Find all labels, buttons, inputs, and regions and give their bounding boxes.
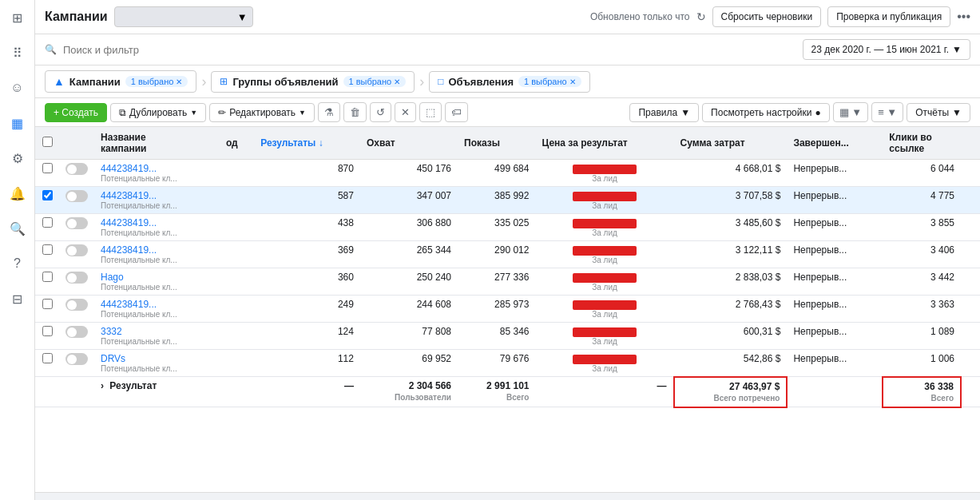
row-results-cell: 587 bbox=[254, 187, 360, 214]
bell-icon[interactable]: 🔔 bbox=[6, 182, 29, 204]
date-range-button[interactable]: 23 дек 2020 г. — 15 июн 2021 г. ▼ bbox=[803, 39, 970, 60]
price-label: За лид bbox=[542, 256, 667, 264]
ads-tab-label: Объявления bbox=[448, 76, 514, 88]
campaigns-tab-clear[interactable]: ✕ bbox=[176, 77, 182, 86]
campaign-name-link[interactable]: 444238419... bbox=[101, 299, 213, 310]
reports-button[interactable]: Отчёты ▼ bbox=[907, 103, 970, 122]
row-price-cell: За лид bbox=[535, 241, 673, 268]
row-toggle[interactable] bbox=[65, 299, 88, 311]
page-title: Кампании bbox=[45, 10, 108, 24]
row-reach-cell: 250 240 bbox=[360, 268, 458, 296]
row-impressions-cell: 79 676 bbox=[458, 350, 535, 377]
gear-icon[interactable]: ⚙ bbox=[6, 147, 29, 169]
ads-tab-clear[interactable]: ✕ bbox=[569, 77, 576, 86]
delete-button[interactable]: ✕ bbox=[395, 102, 416, 122]
tab-campaigns[interactable]: ▲ Кампании 1 выбрано ✕ bbox=[45, 70, 196, 93]
row-results-cell: 124 bbox=[254, 323, 360, 350]
campaign-name-link[interactable]: 444238419... bbox=[101, 244, 213, 256]
row-checkbox[interactable] bbox=[42, 163, 53, 173]
trash-button[interactable]: 🗑 bbox=[343, 102, 367, 122]
campaign-name-link[interactable]: 444238419... bbox=[101, 190, 213, 201]
row-spend-cell: 4 668,01 $ bbox=[674, 160, 788, 187]
question-icon[interactable]: ? bbox=[6, 252, 29, 275]
row-checkbox[interactable] bbox=[42, 244, 53, 255]
row-checkbox[interactable] bbox=[42, 190, 53, 200]
table-row: 444238419... Потенциальные кл... 587 347… bbox=[35, 187, 980, 214]
row-checkbox[interactable] bbox=[42, 217, 53, 228]
campaign-name-link[interactable]: 444238419... bbox=[101, 217, 213, 228]
campaign-name-link[interactable]: 3332 bbox=[101, 326, 213, 337]
header-name[interactable]: Названиекампании bbox=[94, 127, 220, 160]
tab-ads[interactable]: □ Объявления 1 выбрано ✕ bbox=[429, 71, 590, 93]
adsets-tab-clear[interactable]: ✕ bbox=[394, 77, 400, 86]
header-link-clicks[interactable]: Клики воссылке bbox=[883, 127, 961, 160]
adsets-tab-badge: 1 выбрано ✕ bbox=[343, 76, 407, 87]
row-toggle[interactable] bbox=[65, 217, 88, 229]
rules-button[interactable]: Правила ▼ bbox=[629, 103, 699, 122]
table-row: 3332 Потенциальные кл... 124 77 808 85 3… bbox=[35, 323, 980, 350]
row-checkbox[interactable] bbox=[42, 326, 53, 336]
row-name-cell: 444238419... Потенциальные кл... bbox=[94, 241, 220, 268]
export-button[interactable]: ⬚ bbox=[419, 102, 442, 122]
row-impressions-cell: 335 025 bbox=[458, 214, 535, 241]
row-link-clicks-cell: 4 775 bbox=[883, 187, 961, 214]
select-all-checkbox[interactable] bbox=[42, 137, 53, 147]
row-spend-cell: 3 707,58 $ bbox=[674, 187, 788, 214]
row-extra-cell bbox=[961, 350, 980, 377]
campaign-name-link[interactable]: Hago bbox=[101, 272, 213, 283]
header-price[interactable]: Цена за результат bbox=[535, 127, 673, 160]
reset-drafts-button[interactable]: Сбросить черновики bbox=[712, 6, 822, 27]
campaign-name-link[interactable]: DRVs bbox=[101, 353, 213, 364]
result-expand-icon[interactable]: › bbox=[101, 380, 104, 391]
header-spend[interactable]: Сумма затрат bbox=[674, 127, 788, 160]
row-checkbox[interactable] bbox=[42, 299, 53, 309]
row-reach-cell: 69 952 bbox=[360, 350, 458, 377]
edit-arrow: ▼ bbox=[299, 109, 306, 117]
row-toggle[interactable] bbox=[65, 190, 88, 202]
header-od[interactable]: од bbox=[220, 127, 254, 160]
row-toggle[interactable] bbox=[65, 326, 88, 338]
search-input[interactable] bbox=[63, 44, 427, 56]
more-options-icon[interactable]: ••• bbox=[957, 10, 970, 24]
row-reach-cell: 347 007 bbox=[360, 187, 458, 214]
header-checkbox[interactable] bbox=[35, 127, 59, 160]
header-completion[interactable]: Завершен... bbox=[787, 127, 883, 160]
smiley-icon[interactable]: ☺ bbox=[6, 77, 29, 99]
home-icon[interactable]: ⊞ bbox=[6, 6, 29, 29]
price-label: За лид bbox=[542, 310, 667, 319]
row-toggle[interactable] bbox=[65, 244, 88, 256]
create-button[interactable]: + Создать bbox=[45, 103, 107, 122]
apps-icon[interactable]: ⠿ bbox=[6, 42, 29, 64]
list-view-button[interactable]: ≡ ▼ bbox=[871, 102, 903, 122]
refresh-icon[interactable]: ↻ bbox=[696, 10, 706, 23]
duplicate-button[interactable]: ⧉ Дублировать ▼ bbox=[110, 103, 206, 122]
row-checkbox[interactable] bbox=[42, 272, 53, 282]
header-reach[interactable]: Охват bbox=[360, 127, 458, 160]
edit-button[interactable]: ✏ Редактировать ▼ bbox=[209, 103, 315, 122]
header-impressions[interactable]: Показы bbox=[458, 127, 535, 160]
layers-icon[interactable]: ⊟ bbox=[6, 288, 29, 310]
price-label: За лид bbox=[542, 174, 667, 183]
row-toggle[interactable] bbox=[65, 272, 88, 284]
campaign-name-link[interactable]: 444238419... bbox=[101, 163, 213, 174]
flask-button[interactable]: ⚗ bbox=[318, 102, 340, 122]
header-results[interactable]: Результаты ↓ bbox=[254, 127, 360, 160]
settings-button[interactable]: Посмотреть настройки ● bbox=[702, 103, 830, 122]
tab-adsets[interactable]: ⊞ Группы объявлений 1 выбрано ✕ bbox=[211, 71, 415, 93]
table-icon[interactable]: ▦ bbox=[6, 112, 29, 134]
row-name-cell: 444238419... Потенциальные кл... bbox=[94, 160, 220, 187]
grid-view-button[interactable]: ▦ ▼ bbox=[833, 102, 868, 122]
search-side-icon[interactable]: 🔍 bbox=[6, 217, 29, 240]
campaign-dropdown[interactable]: ▼ bbox=[114, 6, 253, 27]
row-link-clicks-cell: 3 855 bbox=[883, 214, 961, 241]
undo-button[interactable]: ↺ bbox=[370, 102, 391, 122]
row-toggle[interactable] bbox=[65, 163, 88, 175]
row-price-cell: За лид bbox=[535, 160, 673, 187]
publish-button[interactable]: Проверка и публикация bbox=[827, 6, 950, 27]
tag-button[interactable]: 🏷 bbox=[445, 102, 468, 122]
row-completion-cell: Непрерыв... bbox=[787, 160, 883, 187]
row-checkbox[interactable] bbox=[42, 353, 53, 363]
row-toggle-cell bbox=[59, 268, 94, 296]
row-toggle[interactable] bbox=[65, 353, 88, 365]
row-spend-cell: 542,86 $ bbox=[674, 350, 788, 377]
